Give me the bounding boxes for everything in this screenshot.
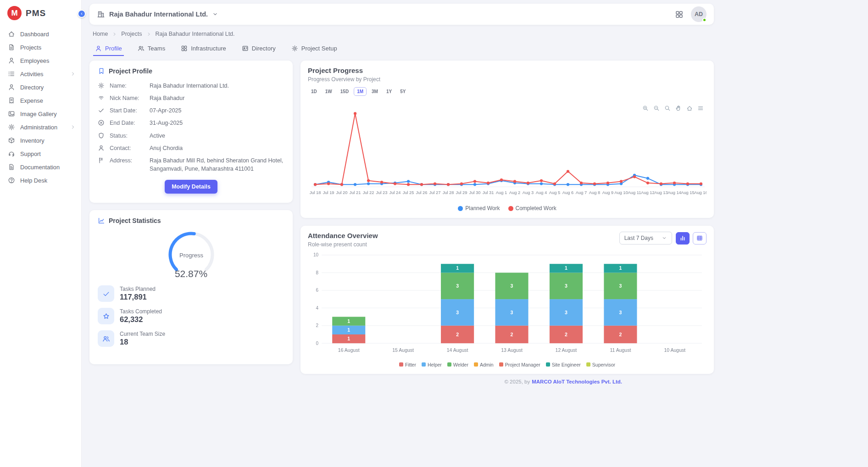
company-name: Raja Bahadur International Ltd. <box>109 11 208 18</box>
sidebar-item-label: Documentation <box>20 164 60 171</box>
range-button-1w[interactable]: 1W <box>322 87 335 96</box>
field-value: Raja Bahadur International Ltd. <box>150 82 284 90</box>
sidebar-item-expense[interactable]: Expense <box>0 94 81 107</box>
svg-text:Jul 23: Jul 23 <box>376 190 388 195</box>
sidebar-item-support[interactable]: Support <box>0 147 81 160</box>
profile-field-end-date: End Date: 31-Aug-2025 <box>98 119 284 127</box>
svg-text:Aug 8: Aug 8 <box>589 190 600 195</box>
table-view-button[interactable] <box>693 232 707 245</box>
svg-text:1: 1 <box>565 266 568 271</box>
sidebar-item-projects[interactable]: Projects <box>0 41 81 54</box>
apps-grid-icon[interactable] <box>675 10 684 19</box>
sidebar-item-inventory[interactable]: Inventory <box>0 134 81 147</box>
legend-helper[interactable]: Helper <box>422 362 442 367</box>
sidebar-collapse-button[interactable]: ‹ <box>78 10 86 18</box>
stat-value: 117,891 <box>120 293 156 301</box>
stat-label: Current Team Size <box>120 331 165 337</box>
svg-text:Jul 20: Jul 20 <box>336 190 348 195</box>
attendance-bar-chart[interactable]: 024681011116 August15 August233114 Augus… <box>308 250 707 361</box>
legend-welder[interactable]: Welder <box>447 362 468 367</box>
breadcrumb-item-home[interactable]: Home <box>93 31 108 37</box>
chevron-down-icon <box>662 235 667 241</box>
legend-fitter[interactable]: Fitter <box>399 362 416 367</box>
range-button-15d[interactable]: 15D <box>337 87 352 96</box>
bar-chart-icon <box>679 235 686 241</box>
chevron-right-icon <box>146 32 151 37</box>
pan-icon[interactable] <box>675 105 682 111</box>
legend-site-engineer[interactable]: Site Engineer <box>546 362 581 367</box>
tab-profile[interactable]: Profile <box>93 42 124 56</box>
breadcrumb-item-raja-bahadur-international-ltd: Raja Bahadur International Ltd. <box>156 31 235 37</box>
tab-infrastructure[interactable]: Infrastructure <box>179 42 228 56</box>
date-range-select[interactable]: Last 7 Days <box>619 232 672 245</box>
svg-text:Aug 4: Aug 4 <box>536 190 547 195</box>
legend-supervisor[interactable]: Supervisor <box>586 362 615 367</box>
check-icon <box>98 107 105 114</box>
legend-completed-work[interactable]: Completed Work <box>508 205 556 211</box>
user-icon <box>8 83 15 91</box>
stat-tasks-completed: Tasks Completed 62,332 <box>98 308 284 324</box>
sidebar-item-activities[interactable]: Activities <box>0 67 81 80</box>
box-icon <box>8 137 15 144</box>
selection-zoom-icon[interactable] <box>664 105 671 111</box>
menu-icon[interactable] <box>697 105 704 111</box>
legend-admin[interactable]: Admin <box>474 362 494 367</box>
svg-text:Jul 27: Jul 27 <box>429 190 441 195</box>
chevron-right-icon <box>112 32 117 37</box>
tab-directory[interactable]: Directory <box>240 42 278 56</box>
sidebar-item-dashboard[interactable]: Dashboard <box>0 28 81 40</box>
tab-project-setup[interactable]: Project Setup <box>289 42 339 56</box>
svg-text:Aug 14: Aug 14 <box>668 190 681 195</box>
company-selector[interactable]: Raja Bahadur International Ltd. <box>97 10 218 18</box>
file-icon <box>8 44 15 51</box>
sidebar-item-administration[interactable]: Administration <box>0 121 81 133</box>
tab-teams[interactable]: Teams <box>136 42 167 56</box>
legend-project-manager[interactable]: Project Manager <box>499 362 540 367</box>
svg-text:1: 1 <box>347 336 350 341</box>
modify-details-button[interactable]: Modify Details <box>165 180 217 194</box>
image-icon <box>8 110 15 117</box>
svg-text:Aug 10: Aug 10 <box>614 190 628 195</box>
svg-text:13 August: 13 August <box>501 347 523 353</box>
field-label: End Date: <box>110 119 145 127</box>
svg-text:3: 3 <box>565 310 568 315</box>
footer-link[interactable]: MARCO AIoT Technologies Pvt. Ltd. <box>532 379 622 384</box>
app-logo[interactable]: M PMS <box>0 0 81 28</box>
stat-label: Tasks Completed <box>120 308 162 315</box>
list-icon <box>8 70 15 78</box>
receipt-icon <box>8 97 15 104</box>
range-button-1y[interactable]: 1Y <box>383 87 395 96</box>
bookmark-icon <box>98 67 105 75</box>
logo-text: PMS <box>26 8 46 18</box>
sidebar-item-label: Projects <box>20 44 41 51</box>
stat-tasks-planned: Tasks Planned 117,891 <box>98 285 284 302</box>
bar-chart-view-button[interactable] <box>676 232 690 245</box>
range-button-5y[interactable]: 5Y <box>397 87 409 96</box>
range-button-1m[interactable]: 1M <box>354 87 367 96</box>
range-button-1d[interactable]: 1D <box>308 87 320 96</box>
breadcrumb-item-projects[interactable]: Projects <box>121 31 142 37</box>
sidebar-item-directory[interactable]: Directory <box>0 81 81 94</box>
sidebar-item-help-desk[interactable]: Help Desk <box>0 174 81 187</box>
zoom-in-icon[interactable] <box>642 105 649 111</box>
svg-text:Aug 9: Aug 9 <box>602 190 613 195</box>
profile-field-name: Name: Raja Bahadur International Ltd. <box>98 82 284 90</box>
field-value: Anuj Chordia <box>150 144 284 152</box>
field-value: 07-Apr-2025 <box>150 106 284 115</box>
home-icon[interactable] <box>686 105 693 111</box>
range-button-3m[interactable]: 3M <box>368 87 381 96</box>
legend-planned-work[interactable]: Planned Work <box>458 205 500 211</box>
sidebar-item-documentation[interactable]: Documentation <box>0 161 81 173</box>
sidebar-item-employees[interactable]: Employees <box>0 54 81 67</box>
chart-line-icon <box>98 217 105 224</box>
svg-text:16 August: 16 August <box>338 347 360 353</box>
avatar[interactable]: AD <box>691 6 707 22</box>
table-icon <box>696 235 703 241</box>
progress-line-chart[interactable]: Jul 18Jul 19Jul 20Jul 21Jul 22Jul 23Jul … <box>308 105 707 202</box>
zoom-out-icon[interactable] <box>653 105 660 111</box>
svg-text:3: 3 <box>511 283 513 289</box>
sidebar-item-label: Inventory <box>20 137 45 144</box>
sidebar-item-image-gallery[interactable]: Image Gallery <box>0 107 81 120</box>
topbar: Raja Bahadur International Ltd. AD <box>89 4 714 25</box>
svg-text:3: 3 <box>511 310 513 315</box>
